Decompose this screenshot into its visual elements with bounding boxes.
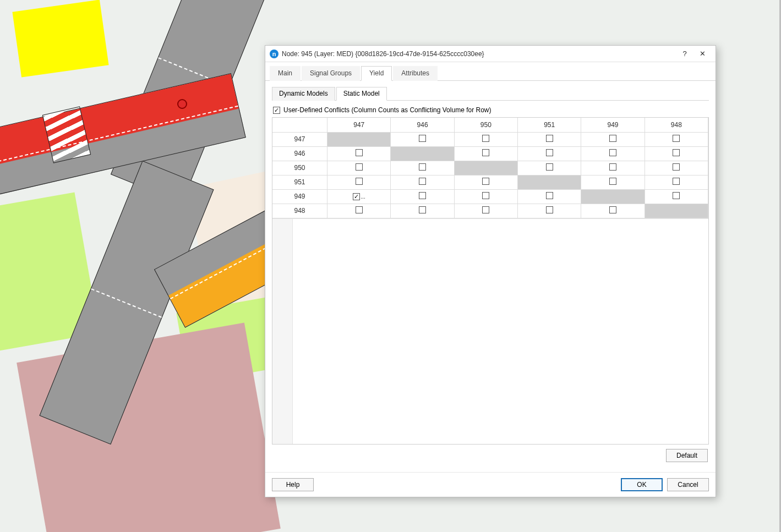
- matrix-cell[interactable]: [645, 161, 708, 175]
- matrix-cell[interactable]: [327, 146, 391, 161]
- conflict-checkbox[interactable]: [353, 193, 360, 200]
- conflict-checkbox[interactable]: [609, 163, 616, 171]
- conflict-checkbox[interactable]: [546, 206, 553, 213]
- conflict-checkbox[interactable]: [546, 149, 553, 156]
- tab-main[interactable]: Main: [270, 66, 301, 81]
- matrix-col-header[interactable]: 951: [518, 118, 581, 132]
- matrix-row-header[interactable]: 947: [272, 132, 327, 146]
- matrix-cell[interactable]: [327, 161, 391, 175]
- conflict-checkbox[interactable]: [673, 149, 680, 156]
- conflict-checkbox[interactable]: [673, 163, 680, 171]
- matrix-cell[interactable]: [454, 161, 517, 175]
- conflict-checkbox[interactable]: [673, 192, 680, 199]
- matrix-cell[interactable]: [581, 161, 645, 175]
- conflict-checkbox[interactable]: [482, 192, 489, 199]
- conflict-checkbox[interactable]: [356, 178, 363, 185]
- matrix-row-header[interactable]: 949: [272, 189, 327, 204]
- matrix-col-header[interactable]: 948: [645, 118, 708, 132]
- conflict-checkbox[interactable]: [419, 135, 426, 142]
- matrix-cell[interactable]: [518, 175, 581, 189]
- matrix-col-header[interactable]: 946: [391, 118, 454, 132]
- conflict-matrix: 947946950951949948 947946950951949...948: [272, 117, 709, 445]
- tab-signal-groups[interactable]: Signal Groups: [302, 66, 360, 81]
- matrix-cell[interactable]: [454, 189, 517, 204]
- help-button[interactable]: Help: [272, 478, 314, 491]
- conflict-checkbox[interactable]: [356, 149, 363, 156]
- matrix-row-header[interactable]: 946: [272, 146, 327, 161]
- matrix-cell[interactable]: [454, 175, 517, 189]
- matrix-cell[interactable]: [581, 175, 645, 189]
- conflict-checkbox[interactable]: [356, 206, 363, 213]
- matrix-cell[interactable]: [518, 132, 581, 146]
- user-defined-conflicts-checkbox[interactable]: [273, 107, 280, 114]
- main-tabs: Main Signal Groups Yield Attributes: [265, 62, 716, 81]
- conflict-checkbox[interactable]: [609, 206, 616, 213]
- dialog-title: Node: 945 (Layer: MED) {008d1826-19cd-47…: [282, 50, 484, 58]
- matrix-cell[interactable]: [518, 189, 581, 204]
- matrix-cell[interactable]: [581, 204, 645, 218]
- conflict-checkbox[interactable]: [419, 206, 426, 213]
- conflict-checkbox[interactable]: [419, 178, 426, 185]
- matrix-cell[interactable]: [645, 146, 708, 161]
- conflict-checkbox[interactable]: [673, 178, 680, 185]
- conflict-checkbox[interactable]: [482, 178, 489, 185]
- conflict-checkbox[interactable]: [546, 135, 553, 142]
- tab-attributes[interactable]: Attributes: [393, 66, 438, 81]
- matrix-cell[interactable]: [581, 132, 645, 146]
- conflict-checkbox[interactable]: [609, 178, 616, 185]
- matrix-cell[interactable]: [645, 189, 708, 204]
- matrix-cell[interactable]: [518, 204, 581, 218]
- matrix-row-header[interactable]: 950: [272, 161, 327, 175]
- conflict-checkbox[interactable]: [482, 135, 489, 142]
- matrix-cell[interactable]: [645, 204, 708, 218]
- matrix-cell[interactable]: [581, 146, 645, 161]
- conflict-checkbox[interactable]: [419, 192, 426, 199]
- matrix-cell[interactable]: [391, 175, 454, 189]
- matrix-cell[interactable]: [581, 189, 645, 204]
- matrix-cell[interactable]: [518, 146, 581, 161]
- conflict-checkbox[interactable]: [546, 163, 553, 171]
- matrix-empty-area: [272, 218, 708, 445]
- conflict-checkbox[interactable]: [482, 149, 489, 156]
- conflict-checkbox[interactable]: [482, 206, 489, 213]
- matrix-row-header[interactable]: 948: [272, 204, 327, 218]
- yield-subtabs: Dynamic Models Static Model: [272, 86, 709, 101]
- conflict-checkbox[interactable]: [419, 163, 426, 171]
- matrix-cell[interactable]: [391, 161, 454, 175]
- matrix-cell[interactable]: [327, 132, 391, 146]
- matrix-cell[interactable]: ...: [327, 189, 391, 204]
- user-defined-conflicts-label: User-Defined Conflicts (Column Counts as…: [283, 106, 491, 114]
- conflict-checkbox[interactable]: [609, 149, 616, 156]
- conflict-checkbox[interactable]: [673, 135, 680, 142]
- matrix-col-header[interactable]: 950: [454, 118, 517, 132]
- conflict-checkbox[interactable]: [609, 135, 616, 142]
- matrix-cell[interactable]: [327, 175, 391, 189]
- matrix-cell[interactable]: [391, 204, 454, 218]
- matrix-cell[interactable]: [454, 146, 517, 161]
- close-button[interactable]: ✕: [693, 47, 711, 61]
- matrix-cell[interactable]: [645, 175, 708, 189]
- app-icon: n: [270, 50, 278, 58]
- matrix-cell[interactable]: [518, 161, 581, 175]
- matrix-col-header[interactable]: 947: [327, 118, 391, 132]
- matrix-row-header[interactable]: 951: [272, 175, 327, 189]
- subtab-static-model[interactable]: Static Model: [336, 87, 387, 101]
- tab-yield[interactable]: Yield: [361, 66, 392, 81]
- ok-button[interactable]: OK: [621, 478, 663, 491]
- signal-indicator: [177, 99, 187, 109]
- matrix-cell[interactable]: [454, 132, 517, 146]
- matrix-cell[interactable]: [391, 146, 454, 161]
- matrix-col-header[interactable]: 949: [581, 118, 645, 132]
- help-titlebar-button[interactable]: ?: [676, 47, 693, 61]
- titlebar[interactable]: n Node: 945 (Layer: MED) {008d1826-19cd-…: [265, 46, 716, 62]
- default-button[interactable]: Default: [666, 449, 708, 462]
- matrix-cell[interactable]: [645, 132, 708, 146]
- matrix-cell[interactable]: [391, 132, 454, 146]
- conflict-checkbox[interactable]: [356, 163, 363, 171]
- matrix-cell[interactable]: [454, 204, 517, 218]
- subtab-dynamic-models[interactable]: Dynamic Models: [272, 87, 335, 101]
- conflict-checkbox[interactable]: [546, 192, 553, 199]
- matrix-cell[interactable]: [391, 189, 454, 204]
- cancel-button[interactable]: Cancel: [667, 478, 709, 491]
- matrix-cell[interactable]: [327, 204, 391, 218]
